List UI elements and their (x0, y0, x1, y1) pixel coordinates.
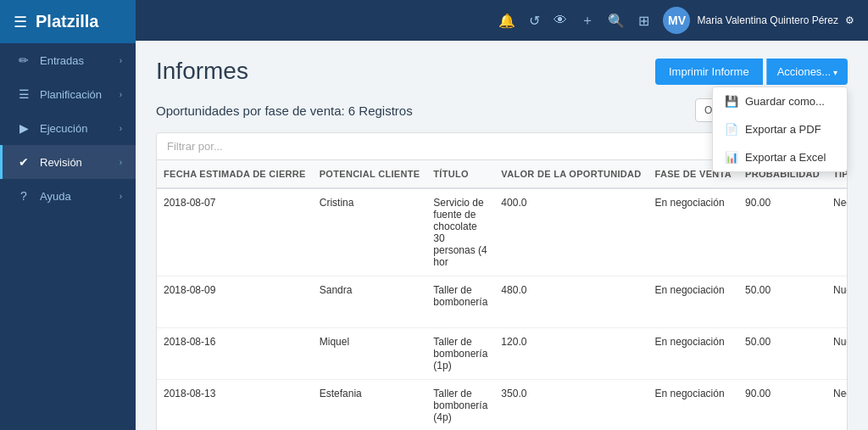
chevron-icon: › (120, 192, 122, 201)
cell-tipo: Negocio existente (826, 380, 848, 431)
filter-placeholder: Filtrar por... (167, 140, 223, 153)
col-cliente: POTENCIAL CLIENTE (313, 160, 427, 188)
cell-valor: 120.0 (494, 328, 648, 380)
cell-tipo: Nuevo negocio (826, 328, 848, 380)
main-area: 🔔 ↺ 👁 ＋ 🔍 ⊞ MV Maria Valentina Quintero … (136, 0, 868, 430)
dropdown-save-label: Guardar como... (745, 95, 825, 108)
cell-fecha: 2018-08-09 (157, 276, 313, 328)
content-area: Informes Imprimir Informe Acciones... 💾 … (136, 41, 868, 430)
table-row: 2018-08-13 Estefania Taller de bombonerí… (157, 380, 848, 431)
cell-cliente: Miquel (313, 328, 427, 380)
sidebar-logo[interactable]: ☰ Platzilla (0, 0, 136, 43)
cell-prob: 50.00 (738, 328, 826, 380)
sidebar: ☰ Platzilla ✏ Entradas › ☰ Planificación… (0, 0, 136, 430)
cell-valor: 350.0 (494, 380, 648, 431)
user-menu[interactable]: MV Maria Valentina Quintero Pérez ⚙ (663, 7, 854, 34)
cell-titulo: Taller de bombonería (426, 276, 494, 328)
actions-dropdown: 💾 Guardar como... 📄 Exportar a PDF 📊 Exp… (712, 87, 848, 172)
dropdown-excel[interactable]: 📊 Exportar a Excel (713, 143, 847, 171)
cell-cliente: Cristina (313, 188, 427, 276)
data-table-container: FECHA ESTIMADA DE CIERRE POTENCIAL CLIEN… (156, 160, 848, 430)
chevron-icon: › (120, 158, 122, 167)
search-icon[interactable]: 🔍 (608, 13, 625, 29)
cell-prob: 50.00 (738, 276, 826, 328)
col-titulo: TÍTULO (426, 160, 494, 188)
dropdown-pdf-label: Exportar a PDF (745, 123, 821, 136)
sidebar-item-entradas[interactable]: ✏ Entradas › (0, 43, 136, 77)
table-row: 2018-08-16 Miquel Taller de bombonería (… (157, 328, 848, 380)
cell-tipo: Negocio existente (826, 188, 848, 276)
bell-icon[interactable]: 🔔 (498, 13, 515, 29)
cell-fase: En negociación (648, 328, 739, 380)
cell-prob: 90.00 (738, 380, 826, 431)
sidebar-item-label: Revisión (40, 156, 111, 169)
sidebar-item-label: Ayuda (40, 190, 111, 203)
eye-icon[interactable]: 👁 (554, 13, 567, 28)
table-row: 2018-08-07 Cristina Servicio de fuente d… (157, 188, 848, 276)
dropdown-pdf[interactable]: 📄 Exportar a PDF (713, 115, 847, 143)
col-valor: VALOR DE LA OPORTUNIDAD (494, 160, 648, 188)
save-icon: 💾 (725, 95, 738, 108)
page-title: Informes (156, 58, 248, 85)
pdf-icon: 📄 (725, 123, 738, 136)
chevron-icon: › (120, 56, 122, 65)
cell-prob: 90.00 (738, 188, 826, 276)
excel-icon: 📊 (725, 151, 738, 164)
plan-icon: ☰ (16, 87, 31, 101)
sidebar-item-ayuda[interactable]: ? Ayuda › (0, 179, 136, 213)
hamburger-icon[interactable]: ☰ (14, 13, 27, 31)
sidebar-item-label: Planificación (40, 88, 111, 101)
dropdown-excel-label: Exportar a Excel (745, 151, 826, 164)
sidebar-item-label: Ejecución (40, 122, 111, 135)
user-name: Maria Valentina Quintero Pérez (697, 14, 838, 26)
app-name: Platzilla (36, 12, 98, 31)
chevron-icon: › (120, 90, 122, 99)
chevron-icon: › (120, 124, 122, 133)
cell-valor: 400.0 (494, 188, 648, 276)
page-header: Informes Imprimir Informe Acciones... 💾 … (156, 58, 848, 85)
dropdown-save[interactable]: 💾 Guardar como... (713, 87, 847, 115)
cell-titulo: Taller de bombonería (1p) (426, 328, 494, 380)
topbar: 🔔 ↺ 👁 ＋ 🔍 ⊞ MV Maria Valentina Quintero … (136, 0, 868, 41)
table-row: 2018-08-09 Sandra Taller de bombonería 4… (157, 276, 848, 328)
action-buttons: Imprimir Informe Acciones... 💾 Guardar c… (655, 59, 848, 85)
cell-fecha: 2018-08-13 (157, 380, 313, 431)
cell-cliente: Estefania (313, 380, 427, 431)
actions-button[interactable]: Acciones... (766, 59, 848, 85)
help-icon: ? (16, 189, 31, 203)
user-settings-icon: ⚙ (845, 14, 854, 26)
col-fecha: FECHA ESTIMADA DE CIERRE (157, 160, 313, 188)
cell-fase: En negociación (648, 276, 739, 328)
sidebar-item-planificacion[interactable]: ☰ Planificación › (0, 77, 136, 111)
cell-cliente: Sandra (313, 276, 427, 328)
opportunities-table: FECHA ESTIMADA DE CIERRE POTENCIAL CLIEN… (157, 160, 848, 430)
edit-icon: ✏ (16, 53, 31, 67)
cell-tipo: Nuevo negocio (826, 276, 848, 328)
plus-icon[interactable]: ＋ (581, 12, 594, 30)
report-subtitle: Oportunidades por fase de venta: 6 Regis… (156, 103, 413, 118)
grid-icon[interactable]: ⊞ (638, 13, 649, 29)
cell-fase: En negociación (648, 188, 739, 276)
print-button[interactable]: Imprimir Informe (655, 59, 763, 85)
cell-fecha: 2018-08-07 (157, 188, 313, 276)
check-icon: ✔ (16, 155, 31, 169)
cell-valor: 480.0 (494, 276, 648, 328)
table-body: 2018-08-07 Cristina Servicio de fuente d… (157, 188, 848, 430)
sidebar-item-ejecucion[interactable]: ▶ Ejecución › (0, 111, 136, 145)
play-icon: ▶ (16, 121, 31, 135)
cell-titulo: Taller de bombonería (4p) (426, 380, 494, 431)
history-icon[interactable]: ↺ (529, 13, 540, 29)
sidebar-item-revision[interactable]: ✔ Revisión › (0, 145, 136, 179)
user-avatar: MV (663, 7, 690, 34)
sidebar-item-label: Entradas (40, 54, 111, 67)
cell-fase: En negociación (648, 380, 739, 431)
cell-titulo: Servicio de fuente de chocolate 30 perso… (426, 188, 494, 276)
cell-fecha: 2018-08-16 (157, 328, 313, 380)
